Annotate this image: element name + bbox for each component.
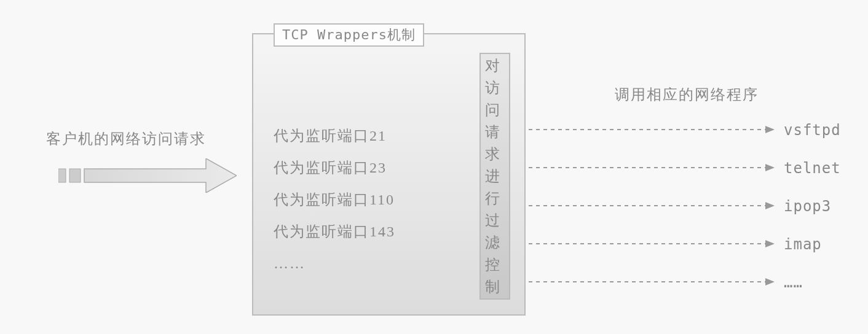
output-arrow-icon bbox=[529, 129, 775, 130]
svg-rect-0 bbox=[58, 169, 66, 182]
port-listen-list: 代为监听端口21 代为监听端口23 代为监听端口110 代为监听端口143 …… bbox=[274, 120, 395, 279]
port-item: 代为监听端口110 bbox=[274, 184, 395, 216]
input-arrow-icon bbox=[58, 158, 237, 193]
output-program-label: vsftpd bbox=[784, 122, 841, 139]
output-program-label: imap bbox=[784, 236, 822, 253]
svg-rect-1 bbox=[69, 169, 81, 182]
output-arrow-icon bbox=[529, 205, 775, 206]
port-item: 代为监听端口21 bbox=[274, 120, 395, 152]
filter-control-box: 对访问请求进行过滤控制 bbox=[479, 53, 510, 300]
output-arrow-icon bbox=[529, 167, 775, 168]
output-program-ellipsis: …… bbox=[784, 274, 803, 291]
output-arrow-icon bbox=[529, 243, 775, 244]
output-arrow-icon bbox=[529, 281, 775, 282]
output-program-label: ipop3 bbox=[784, 198, 831, 215]
port-item: 代为监听端口143 bbox=[274, 216, 395, 247]
filter-control-text: 对访问请求进行过滤控制 bbox=[485, 55, 505, 298]
client-request-label: 客户机的网络访问请求 bbox=[46, 129, 206, 149]
output-program-label: telnet bbox=[784, 160, 841, 177]
output-title-label: 调用相应的网络程序 bbox=[615, 85, 759, 104]
port-item: 代为监听端口23 bbox=[274, 152, 395, 184]
tcp-wrappers-title-box: TCP Wrappers机制 bbox=[274, 23, 424, 47]
port-item-ellipsis: …… bbox=[274, 247, 395, 279]
